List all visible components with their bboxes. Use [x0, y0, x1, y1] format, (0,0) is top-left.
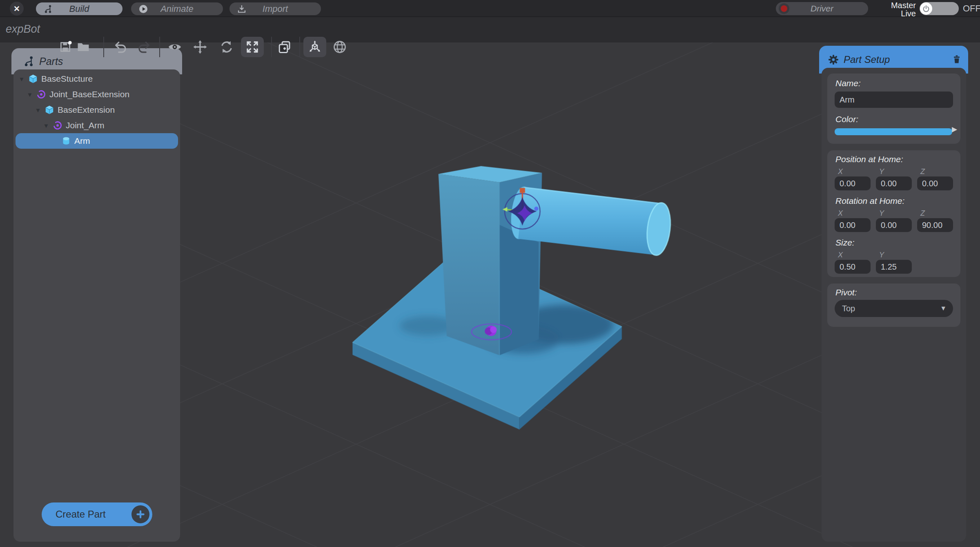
axis-y-label: Y	[879, 251, 884, 259]
position-label: Position at Home:	[835, 154, 903, 164]
parts-tree-panel: ▼ BaseStucture ▼ Joint_BaseExtension ▼ B…	[13, 69, 180, 542]
rotation-y-input[interactable]: 0.00	[876, 218, 912, 232]
joint-icon	[52, 120, 63, 131]
driver-label: Driver	[811, 4, 833, 13]
undo-icon	[114, 40, 127, 54]
rotate-icon	[219, 40, 234, 54]
tab-label: Build	[69, 4, 89, 14]
part-setup-panel: Name: Color: ▶ Position at Home: X Y Z 0…	[822, 68, 966, 542]
axis-x-label: X	[838, 209, 843, 218]
build-branch-icon	[43, 4, 53, 14]
tree-item-joint-arm[interactable]: ▼ Joint_Arm	[13, 118, 180, 133]
top-bar: ✕ Build Animate Import Driver Master Liv…	[0, 0, 980, 17]
axes-gizmo-button[interactable]	[303, 37, 326, 57]
size-x-input[interactable]: 0.50	[835, 260, 871, 274]
driver-status-icon	[781, 5, 787, 12]
parts-branch-icon	[23, 55, 35, 67]
color-label: Color:	[835, 114, 858, 124]
axis-y-label: Y	[879, 167, 884, 176]
download-icon	[237, 4, 247, 14]
move-tool-button[interactable]	[192, 39, 208, 55]
expand-icon	[245, 40, 260, 54]
driver-status-ring	[779, 3, 789, 14]
play-icon	[138, 4, 148, 14]
toolbar-divider	[271, 37, 272, 57]
tree-item-label: BaseStucture	[41, 74, 93, 84]
gear-icon	[827, 54, 840, 66]
pivot-card: Pivot: Top ▼	[827, 284, 960, 327]
power-icon	[922, 4, 931, 13]
tab-build[interactable]: Build	[36, 2, 122, 15]
axis-x-label: X	[838, 167, 843, 176]
save-button[interactable]	[57, 39, 74, 55]
tree-item-basestucture[interactable]: ▼ BaseStucture	[13, 71, 180, 87]
plus-icon	[131, 505, 149, 523]
create-part-button[interactable]: Create Part	[42, 502, 152, 526]
master-live-toggle[interactable]	[920, 2, 959, 15]
pivot-selected-value: Top	[842, 304, 855, 313]
axis-x-label: X	[838, 251, 843, 259]
tab-label: Animate	[160, 4, 194, 14]
redo-button[interactable]	[136, 39, 152, 55]
toggle-knob[interactable]	[920, 2, 932, 15]
cylinder-icon	[61, 136, 71, 146]
part-setup-title: Part Setup	[844, 54, 890, 65]
scale-tool-button[interactable]	[241, 37, 264, 57]
joint-icon	[36, 89, 47, 100]
position-y-input[interactable]: 0.00	[876, 176, 912, 190]
rotation-x-input[interactable]: 0.00	[835, 218, 871, 232]
grid-globe-button[interactable]	[332, 39, 348, 55]
chevron-down-icon[interactable]: ▼	[26, 91, 34, 98]
tree-item-label: BaseExtension	[58, 105, 115, 115]
tab-label: Import	[263, 4, 288, 14]
tree-item-arm-selected[interactable]: Arm	[16, 133, 178, 149]
eye-icon	[167, 40, 182, 54]
size-label: Size:	[835, 238, 855, 248]
tab-import[interactable]: Import	[229, 2, 321, 15]
color-expand-icon[interactable]: ▶	[952, 125, 957, 134]
rotate-tool-button[interactable]	[218, 39, 235, 55]
delete-part-icon[interactable]	[952, 54, 962, 65]
name-label: Name:	[835, 78, 861, 88]
close-button[interactable]: ✕	[10, 2, 24, 16]
undo-button[interactable]	[112, 39, 129, 55]
visibility-tool-button[interactable]	[167, 39, 183, 55]
move-icon	[193, 40, 207, 54]
rotation-z-input[interactable]: 90.00	[917, 218, 953, 232]
color-swatch-bar[interactable]	[835, 128, 952, 135]
axis-z-label: Z	[920, 167, 925, 176]
tree-item-joint-baseextension[interactable]: ▼ Joint_BaseExtension	[13, 87, 180, 102]
tab-animate[interactable]: Animate	[131, 2, 223, 15]
duplicate-button[interactable]	[276, 39, 293, 55]
redo-icon	[137, 40, 151, 54]
parts-panel-title: Parts	[39, 56, 63, 67]
pivot-dropdown[interactable]: Top ▼	[835, 300, 953, 317]
rotation-label: Rotation at Home:	[835, 196, 904, 206]
size-y-input[interactable]: 1.25	[876, 260, 912, 274]
driver-button[interactable]: Driver	[776, 2, 868, 15]
chevron-down-icon[interactable]: ▼	[34, 107, 42, 114]
toolbar-divider	[299, 37, 300, 57]
globe-icon	[332, 40, 347, 54]
folder-icon	[76, 40, 91, 54]
open-file-button[interactable]	[75, 39, 91, 55]
tree-item-baseextension[interactable]: ▼ BaseExtension	[13, 102, 180, 118]
secondary-toolbar: expBot	[0, 17, 980, 42]
app-title: expBot	[6, 23, 40, 36]
axis-z-label: Z	[920, 209, 925, 218]
transform-card: Position at Home: X Y Z 0.00 0.00 0.00 R…	[827, 150, 960, 277]
position-z-input[interactable]: 0.00	[917, 176, 953, 190]
master-live-title: Master Live	[875, 1, 916, 18]
name-color-card: Name: Color: ▶	[827, 74, 960, 144]
position-x-input[interactable]: 0.00	[835, 176, 871, 190]
chevron-down-icon[interactable]: ▼	[18, 76, 26, 83]
master-live-state: OFF	[963, 3, 980, 14]
tree-item-label: Arm	[74, 136, 90, 146]
chevron-down-icon[interactable]: ▼	[42, 122, 50, 129]
name-input[interactable]	[835, 92, 953, 108]
chevron-down-icon: ▼	[940, 305, 947, 312]
save-icon	[58, 40, 72, 54]
tree-item-label: Joint_BaseExtension	[49, 89, 129, 99]
axis-y-label: Y	[879, 209, 884, 218]
tree-item-label: Joint_Arm	[66, 121, 105, 130]
